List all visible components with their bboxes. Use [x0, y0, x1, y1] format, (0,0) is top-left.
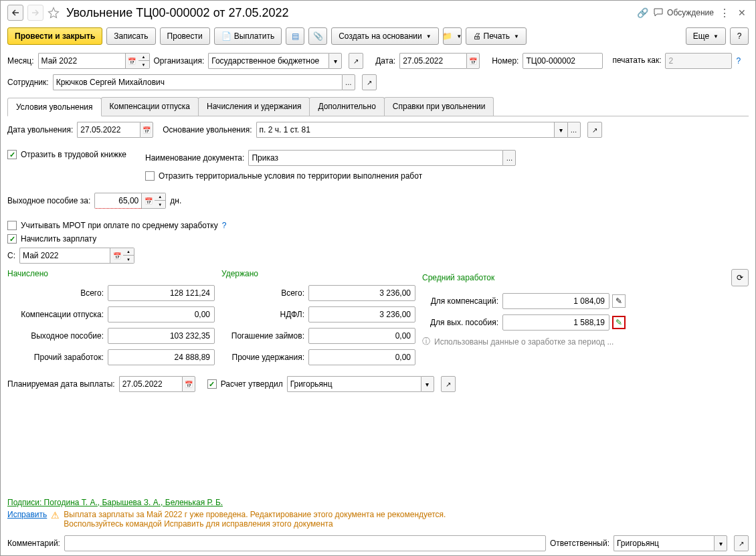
basis-open-button[interactable]: ↗ [587, 122, 602, 138]
docname-label: Наименование документа: [145, 153, 244, 163]
verified-label: Расчет утвердил [221, 379, 283, 389]
pay-button[interactable]: 📄Выплатить [214, 27, 282, 45]
date-label: Дата: [375, 56, 395, 66]
number-input[interactable] [523, 53, 603, 69]
severance-spinner[interactable]: ▲▼ [155, 193, 166, 209]
severance-days-input[interactable] [94, 193, 141, 209]
month-spinner[interactable]: ▲▼ [138, 53, 150, 69]
avg-sev-label: Для вых. пособия: [422, 318, 502, 327]
docname-input[interactable] [248, 150, 502, 166]
from-spinner[interactable]: ▲▼ [123, 248, 134, 264]
org-dropdown-icon[interactable]: ▾ [328, 53, 342, 69]
basis-lookup-icon[interactable]: … [567, 122, 581, 138]
warning-text: Выплата зарплаты за Май 2022 г уже прове… [64, 510, 446, 529]
employee-open-button[interactable]: ↗ [362, 74, 377, 90]
pay-date-input[interactable] [119, 376, 182, 392]
pay-date-calendar-icon[interactable]: 📅 [182, 376, 195, 392]
responsible-dropdown-icon[interactable]: ▾ [714, 535, 727, 551]
avg-comp-label: Для компенсаций: [422, 296, 502, 306]
print-as-label: печатать как: [612, 56, 661, 65]
attachment-button[interactable]: 📎 [308, 27, 327, 45]
org-label: Организация: [154, 56, 205, 66]
other-value: 24 888,89 [108, 349, 215, 365]
severance-calendar-icon[interactable]: 📅 [141, 193, 155, 209]
total-acc-label: Всего: [7, 288, 108, 298]
comp-label: Компенсации отпуска: [7, 310, 108, 319]
create-based-button[interactable]: Создать на основании▼ [331, 27, 438, 45]
post-button[interactable]: Провести [160, 27, 210, 45]
save-button[interactable]: Записать [106, 27, 155, 45]
help-icon[interactable]: ? [736, 56, 741, 66]
average-header: Средний заработок [422, 273, 494, 282]
post-and-close-button[interactable]: Провести и закрыть [7, 27, 102, 45]
employee-input[interactable] [53, 74, 342, 90]
dismiss-date-calendar-icon[interactable]: 📅 [140, 122, 153, 138]
nav-forward-button[interactable] [27, 5, 43, 21]
accrued-header: Начислено [7, 269, 221, 278]
date-calendar-icon[interactable]: 📅 [466, 53, 480, 69]
loan-value: 0,00 [308, 328, 415, 344]
avg-sev-value: 1 588,19 [502, 314, 609, 331]
tab-accruals[interactable]: Начисления и удержания [198, 97, 310, 116]
other-wh-label: Прочие удержания: [221, 353, 308, 362]
fix-link[interactable]: Исправить [7, 510, 47, 519]
tab-conditions[interactable]: Условия увольнения [7, 98, 102, 116]
tool-button-2[interactable]: 📁▼ [443, 27, 462, 45]
discussion-button[interactable]: Обсуждение [654, 8, 714, 17]
org-input[interactable] [208, 53, 328, 69]
org-open-button[interactable]: ↗ [349, 53, 363, 69]
employee-lookup-icon[interactable]: … [342, 74, 355, 90]
responsible-open-button[interactable]: ↗ [734, 535, 749, 551]
tab-compensations[interactable]: Компенсации отпуска [101, 97, 199, 116]
loan-label: Погашение займов: [221, 331, 308, 341]
verified-dropdown-icon[interactable]: ▾ [421, 376, 434, 392]
signatures-link[interactable]: Подписи: Погодина Т. А., Барышева З. А.,… [1, 498, 755, 507]
comp-value: 0,00 [108, 306, 215, 322]
info-icon: ⓘ [422, 336, 430, 347]
favorite-icon[interactable] [48, 7, 60, 19]
date-input[interactable] [399, 53, 466, 69]
verified-checkbox[interactable]: ✓ [207, 379, 217, 389]
dismiss-date-input[interactable] [77, 122, 140, 138]
responsible-input[interactable] [613, 535, 714, 551]
docname-lookup-icon[interactable]: … [502, 150, 516, 166]
calendar-icon[interactable]: 📅 [125, 53, 138, 69]
edit-avg-comp-button[interactable]: ✎ [612, 294, 626, 308]
workbook-label: Отразить в трудовой книжке [21, 150, 126, 159]
tab-certificates[interactable]: Справки при увольнении [384, 97, 494, 116]
month-label: Месяц: [7, 56, 34, 66]
mrot-label: Учитывать МРОТ при оплате по среднему за… [21, 221, 218, 230]
verified-open-button[interactable]: ↗ [441, 376, 456, 392]
more-button[interactable]: Еще▼ [686, 27, 726, 45]
month-input[interactable] [38, 53, 125, 69]
comment-input[interactable] [64, 535, 546, 551]
ndfl-value: 3 236,00 [308, 306, 415, 322]
tab-additional[interactable]: Дополнительно [309, 97, 384, 116]
basis-dropdown-icon[interactable]: ▾ [554, 122, 567, 138]
territory-checkbox[interactable] [145, 171, 155, 181]
nav-back-button[interactable] [7, 5, 23, 21]
responsible-label: Ответственный: [550, 539, 609, 548]
total-acc-value: 128 121,24 [108, 285, 215, 301]
sev-label: Выходное пособие: [7, 331, 108, 341]
edit-avg-sev-button[interactable]: ✎ [612, 316, 626, 329]
refresh-button[interactable]: ⟳ [731, 269, 749, 286]
print-as-input [665, 53, 732, 69]
tool-button-1[interactable]: ▤ [286, 27, 304, 45]
from-input[interactable] [19, 248, 110, 264]
link-icon[interactable]: 🔗 [637, 7, 648, 18]
verified-by-input[interactable] [287, 376, 421, 392]
basis-input[interactable] [256, 122, 554, 138]
from-calendar-icon[interactable]: 📅 [110, 248, 123, 264]
payroll-checkbox[interactable]: ✓ [7, 234, 17, 244]
workbook-checkbox[interactable]: ✓ [7, 150, 17, 159]
kebab-menu-icon[interactable]: ⋮ [719, 7, 730, 19]
from-label: С: [7, 251, 15, 260]
total-wh-label: Всего: [221, 288, 308, 298]
mrot-help-icon[interactable]: ? [222, 221, 227, 230]
print-button[interactable]: 🖨Печать▼ [466, 27, 527, 45]
mrot-checkbox[interactable] [7, 221, 17, 230]
total-wh-value: 3 236,00 [308, 285, 415, 301]
close-icon[interactable]: ✕ [735, 7, 749, 18]
help-button[interactable]: ? [730, 27, 749, 45]
